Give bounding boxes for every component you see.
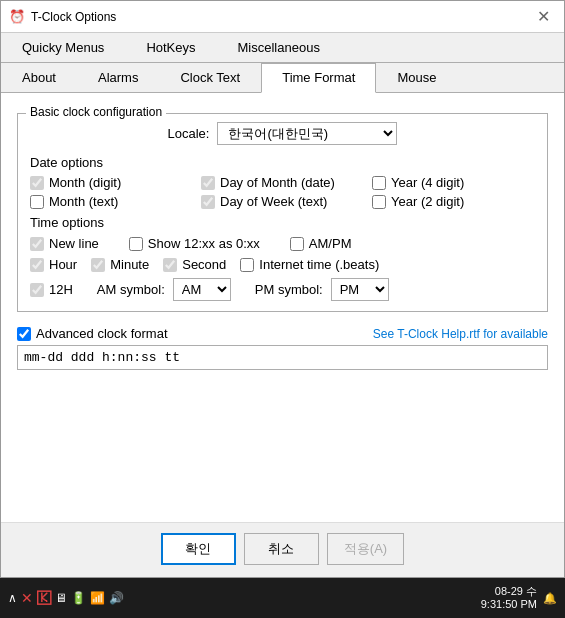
am-symbol-select[interactable]: AM am A: [173, 278, 231, 301]
day-of-month-checkbox[interactable]: [201, 176, 215, 190]
cancel-button[interactable]: 취소: [244, 533, 319, 565]
month-digit-item: Month (digit): [30, 175, 193, 190]
month-digit-checkbox[interactable]: [30, 176, 44, 190]
advanced-checkbox-item: Advanced clock format: [17, 326, 168, 341]
am-symbol-label: AM symbol:: [97, 282, 165, 297]
year-4digit-label: Year (4 digit): [391, 175, 464, 190]
taskbar-x-icon: ✕: [21, 590, 33, 606]
year-2digit-checkbox[interactable]: [372, 195, 386, 209]
tabs-row1: Quicky Menus HotKeys Miscellaneous: [1, 33, 564, 63]
locale-row: Locale: 한국어(대한민국) English (United States…: [30, 122, 535, 145]
advanced-label: Advanced clock format: [36, 326, 168, 341]
date-options-section: Date options Month (digit) Day of Month …: [30, 155, 535, 209]
am-pm-checkbox[interactable]: [290, 237, 304, 251]
taskbar: ∧ ✕ 🄺 🖥 🔋 📶 🔊 08-29 수 9:31:50 PM 🔔: [0, 578, 565, 618]
12h-checkbox[interactable]: [30, 283, 44, 297]
close-button[interactable]: ✕: [530, 4, 556, 30]
second-checkbox[interactable]: [163, 258, 177, 272]
date-options-grid: Month (digit) Day of Month (date) Year (…: [30, 175, 535, 209]
tab-quicky-menus[interactable]: Quicky Menus: [1, 33, 125, 62]
confirm-button[interactable]: 확인: [161, 533, 236, 565]
taskbar-battery-icon: 🔋: [71, 591, 86, 605]
show-12xx-label: Show 12:xx as 0:xx: [148, 236, 260, 251]
time-options-label: Time options: [30, 215, 535, 230]
year-4digit-item: Year (4 digit): [372, 175, 535, 190]
taskbar-right: 08-29 수 9:31:50 PM 🔔: [481, 585, 557, 611]
main-window: ⏰ T-Clock Options ✕ Quicky Menus HotKeys…: [0, 0, 565, 578]
taskbar-left: ∧ ✕ 🄺 🖥 🔋 📶 🔊: [8, 590, 124, 606]
new-line-item: New line: [30, 236, 99, 251]
12h-label: 12H: [49, 282, 73, 297]
am-pm-label: AM/PM: [309, 236, 352, 251]
app-icon: ⏰: [9, 9, 25, 25]
day-of-week-item: Day of Week (text): [201, 194, 364, 209]
taskbar-k-icon: 🄺: [37, 590, 51, 606]
advanced-checkbox[interactable]: [17, 327, 31, 341]
12h-item: 12H: [30, 282, 73, 297]
year-2digit-label: Year (2 digit): [391, 194, 464, 209]
minute-item: Minute: [91, 257, 149, 272]
show-12xx-item: Show 12:xx as 0:xx: [129, 236, 260, 251]
second-label: Second: [182, 257, 226, 272]
taskbar-date: 08-29 수: [495, 585, 537, 598]
symbol-row: 12H AM symbol: AM am A PM symbol: PM pm …: [30, 278, 535, 301]
time-row2: Hour Minute Second Internet time (.beats…: [30, 257, 535, 272]
tab-time-format[interactable]: Time Format: [261, 63, 376, 93]
tab-clock-text[interactable]: Clock Text: [159, 63, 261, 92]
taskbar-wifi-icon: 📶: [90, 591, 105, 605]
help-link[interactable]: See T-Clock Help.rtf for available: [373, 327, 548, 341]
day-of-month-item: Day of Month (date): [201, 175, 364, 190]
time-options-section: Time options New line Show 12:xx as 0:xx…: [30, 215, 535, 301]
year-2digit-item: Year (2 digit): [372, 194, 535, 209]
hour-checkbox[interactable]: [30, 258, 44, 272]
month-text-checkbox[interactable]: [30, 195, 44, 209]
format-input[interactable]: [17, 345, 548, 370]
tab-about[interactable]: About: [1, 63, 77, 92]
new-line-checkbox[interactable]: [30, 237, 44, 251]
content-area: Basic clock configuration Locale: 한국어(대한…: [1, 93, 564, 522]
internet-time-item: Internet time (.beats): [240, 257, 379, 272]
tabs-row2: About Alarms Clock Text Time Format Mous…: [1, 63, 564, 93]
show-12xx-checkbox[interactable]: [129, 237, 143, 251]
window-title: T-Clock Options: [31, 10, 116, 24]
basic-config-group: Basic clock configuration Locale: 한국어(대한…: [17, 113, 548, 312]
month-text-item: Month (text): [30, 194, 193, 209]
pm-symbol-select[interactable]: PM pm P: [331, 278, 389, 301]
taskbar-volume-icon: 🔊: [109, 591, 124, 605]
day-of-week-label: Day of Week (text): [220, 194, 327, 209]
day-of-week-checkbox[interactable]: [201, 195, 215, 209]
second-item: Second: [163, 257, 226, 272]
taskbar-chevron: ∧: [8, 591, 17, 605]
am-pm-item: AM/PM: [290, 236, 352, 251]
locale-label: Locale:: [168, 126, 210, 141]
tab-miscellaneous[interactable]: Miscellaneous: [217, 33, 341, 62]
advanced-section: Advanced clock format See T-Clock Help.r…: [17, 322, 548, 370]
tab-mouse[interactable]: Mouse: [376, 63, 457, 92]
basic-config-label: Basic clock configuration: [26, 105, 166, 119]
tab-hotkeys[interactable]: HotKeys: [125, 33, 216, 62]
minute-label: Minute: [110, 257, 149, 272]
pm-symbol-label: PM symbol:: [255, 282, 323, 297]
date-options-label: Date options: [30, 155, 535, 170]
minute-checkbox[interactable]: [91, 258, 105, 272]
new-line-label: New line: [49, 236, 99, 251]
month-digit-label: Month (digit): [49, 175, 121, 190]
locale-select[interactable]: 한국어(대한민국) English (United States) 日本語(日本…: [217, 122, 397, 145]
apply-button[interactable]: 적용(A): [327, 533, 404, 565]
time-row1: New line Show 12:xx as 0:xx AM/PM: [30, 236, 535, 251]
taskbar-notification-icon: 🔔: [543, 592, 557, 605]
hour-item: Hour: [30, 257, 77, 272]
internet-time-checkbox[interactable]: [240, 258, 254, 272]
internet-time-label: Internet time (.beats): [259, 257, 379, 272]
day-of-month-label: Day of Month (date): [220, 175, 335, 190]
year-4digit-checkbox[interactable]: [372, 176, 386, 190]
title-bar-left: ⏰ T-Clock Options: [9, 9, 116, 25]
taskbar-monitor-icon: 🖥: [55, 591, 67, 605]
title-bar: ⏰ T-Clock Options ✕: [1, 1, 564, 33]
hour-label: Hour: [49, 257, 77, 272]
button-row: 확인 취소 적용(A): [1, 522, 564, 577]
month-text-label: Month (text): [49, 194, 118, 209]
taskbar-datetime: 08-29 수 9:31:50 PM: [481, 585, 537, 611]
taskbar-time-display: 9:31:50 PM: [481, 598, 537, 611]
tab-alarms[interactable]: Alarms: [77, 63, 159, 92]
